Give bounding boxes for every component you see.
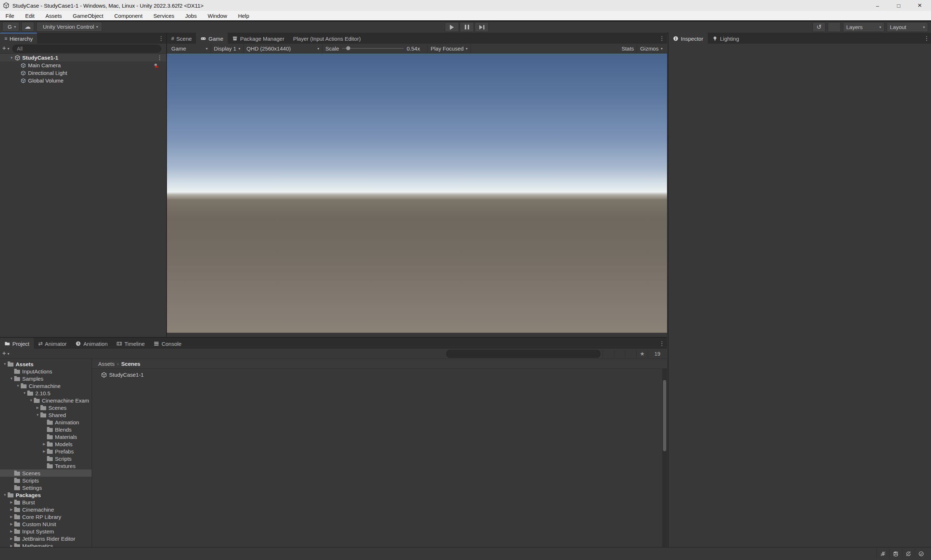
menu-item-edit[interactable]: Edit <box>20 13 40 19</box>
project-tree-item[interactable]: ▼Cinemachine Exam <box>0 397 92 404</box>
foldout-closed-icon[interactable]: ▶ <box>42 449 47 453</box>
project-tree-item[interactable]: InputActions <box>0 368 92 375</box>
project-tree-item[interactable]: ▶Models <box>0 440 92 448</box>
foldout-open-icon[interactable]: ▼ <box>15 384 21 388</box>
visibility-toggle[interactable]: 19 <box>648 350 666 358</box>
foldout-open-icon[interactable]: ▼ <box>28 398 34 402</box>
tab-scene[interactable]: #Scene <box>167 33 196 44</box>
foldout-open-icon[interactable]: ▼ <box>35 413 40 417</box>
menu-item-services[interactable]: Services <box>148 13 180 19</box>
project-tree-item[interactable]: Animation <box>0 418 92 426</box>
menu-item-help[interactable]: Help <box>232 13 255 19</box>
project-tree-item[interactable]: ▼Cinemachine <box>0 382 92 389</box>
add-object-button[interactable]: + <box>2 45 6 52</box>
foldout-closed-icon[interactable]: ▶ <box>9 529 14 533</box>
foldout-closed-icon[interactable]: ▶ <box>9 508 14 511</box>
asset-item[interactable]: StudyCase1-1 <box>101 372 667 378</box>
project-tree-item[interactable]: ▶Cinemachine <box>0 506 92 513</box>
project-tree-item[interactable]: ▶Input System <box>0 528 92 535</box>
tab-project[interactable]: Project <box>0 338 34 349</box>
chevron-down-icon[interactable]: ▾ <box>8 352 9 355</box>
project-search[interactable] <box>446 350 600 358</box>
hierarchy-search-input[interactable] <box>16 45 159 52</box>
debug-button[interactable] <box>471 44 477 53</box>
tab-player-input-actions-editor-[interactable]: Player (Input Actions Editor) <box>289 33 365 44</box>
game-viewport[interactable] <box>167 54 667 333</box>
kebab-menu-icon[interactable]: ⋮ <box>158 35 164 42</box>
project-tree-item[interactable]: ▶Custom NUnit <box>0 520 92 528</box>
project-tree-item[interactable]: Blends <box>0 426 92 433</box>
hierarchy-item[interactable]: Global Volume <box>0 77 166 85</box>
project-tree-item[interactable]: Scripts <box>0 455 92 462</box>
menu-item-assets[interactable]: Assets <box>40 13 67 19</box>
foldout-closed-icon[interactable]: ▶ <box>9 500 14 504</box>
play-button[interactable] <box>445 22 459 32</box>
version-control-dropdown[interactable]: Unity Version Control ▾ <box>36 22 102 32</box>
tab-console[interactable]: Console <box>149 338 186 349</box>
hierarchy-item[interactable]: Directional Light <box>0 69 166 77</box>
project-tree-item[interactable]: ▼2.10.5 <box>0 389 92 397</box>
tab-animation[interactable]: Animation <box>71 338 112 349</box>
gizmos-dropdown[interactable]: Gizmos ▾ <box>637 44 666 53</box>
kebab-menu-icon[interactable]: ⋮ <box>659 340 665 347</box>
project-tree-item[interactable]: Settings <box>0 484 92 491</box>
project-tree-item[interactable]: ▶Prefabs <box>0 448 92 455</box>
tab-game[interactable]: Game <box>196 33 228 44</box>
tab-animator[interactable]: ⇄Animator <box>34 338 71 349</box>
capture-button[interactable] <box>613 44 619 53</box>
project-tree-item[interactable]: Textures <box>0 462 92 469</box>
project-tree-item[interactable]: Scripts <box>0 477 92 484</box>
foldout-closed-icon[interactable]: ▶ <box>42 442 47 446</box>
project-search-input[interactable] <box>450 351 598 357</box>
foldout-open-icon[interactable]: ▼ <box>2 362 8 366</box>
foldout-open-icon[interactable]: ▼ <box>22 391 27 395</box>
foldout-open-icon[interactable]: ▼ <box>9 56 15 60</box>
kebab-menu-icon[interactable]: ⋮ <box>157 54 163 61</box>
project-tree-item[interactable]: ▶Core RP Library <box>0 513 92 520</box>
display-dropdown[interactable]: Display 1 ▾ <box>211 44 244 53</box>
maximize-button[interactable]: □ <box>888 0 909 11</box>
tab-inspector[interactable]: Inspector <box>668 33 708 44</box>
step-button[interactable] <box>475 22 489 32</box>
project-tree-item[interactable]: ▶Burst <box>0 498 92 506</box>
project-tree-item[interactable]: ▶Scenes <box>0 404 92 411</box>
hierarchy-item[interactable]: Main Camera <box>0 62 166 69</box>
auto-refresh-disabled-button[interactable] <box>902 549 915 559</box>
layout-dropdown[interactable]: Layout ▾ <box>886 22 928 32</box>
project-tree-item[interactable]: ▼Assets <box>0 360 92 368</box>
foldout-closed-icon[interactable]: ▶ <box>9 537 14 540</box>
status-ok-button[interactable] <box>915 549 927 559</box>
pause-button[interactable] <box>460 22 474 32</box>
menu-item-jobs[interactable]: Jobs <box>180 13 202 19</box>
mute-audio-button[interactable] <box>607 44 613 53</box>
favorites-button[interactable]: ★ <box>636 350 648 358</box>
project-tree-item[interactable]: Scenes <box>0 469 92 477</box>
menu-item-gameobject[interactable]: GameObject <box>67 13 109 19</box>
stats-button[interactable]: Stats <box>619 44 637 53</box>
hierarchy-search[interactable] <box>12 45 161 53</box>
kebab-menu-icon[interactable]: ⋮ <box>924 35 929 42</box>
kebab-menu-icon[interactable]: ⋮ <box>659 35 665 42</box>
scale-slider-knob[interactable] <box>346 46 350 50</box>
layers-dropdown[interactable]: Layers ▾ <box>843 22 885 32</box>
create-asset-button[interactable]: + <box>2 350 6 357</box>
foldout-open-icon[interactable]: ▼ <box>9 377 14 380</box>
menu-item-window[interactable]: Window <box>202 13 232 19</box>
tab-lighting[interactable]: Lighting <box>708 33 744 44</box>
game-mode-dropdown[interactable]: Game ▾ <box>168 44 211 53</box>
chevron-down-icon[interactable]: ▾ <box>8 46 9 51</box>
foldout-open-icon[interactable]: ▼ <box>2 493 8 497</box>
minimize-button[interactable]: – <box>867 0 888 11</box>
menu-item-file[interactable]: File <box>0 13 20 19</box>
focus-mode-dropdown[interactable]: Play Focused ▾ <box>427 44 471 53</box>
search-button[interactable] <box>828 22 841 32</box>
account-button[interactable]: G ▾ <box>2 22 19 32</box>
cloud-button[interactable]: ☁ <box>22 22 34 32</box>
tab-hierarchy[interactable]: ≡ Hierarchy <box>0 33 37 44</box>
resolution-dropdown[interactable]: QHD (2560x1440) ▾ <box>244 44 323 53</box>
search-by-label-button[interactable] <box>614 350 625 358</box>
hidden-packages-button[interactable] <box>625 350 636 358</box>
breadcrumb-assets[interactable]: Assets <box>98 361 115 367</box>
foldout-closed-icon[interactable]: ▶ <box>35 406 40 409</box>
cache-server-disconnected-button[interactable] <box>889 549 902 559</box>
